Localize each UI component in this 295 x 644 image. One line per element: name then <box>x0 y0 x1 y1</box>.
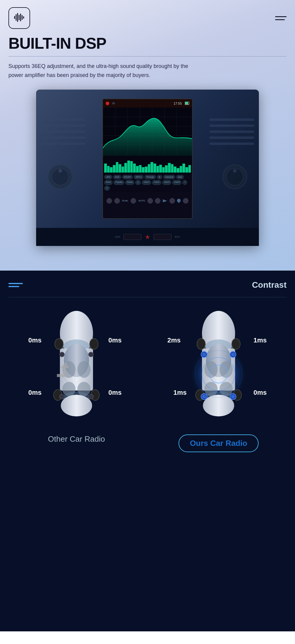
svg-point-50 <box>61 395 92 416</box>
other-car-view: 0ms 0ms 0ms 0ms <box>28 309 125 430</box>
logo-box <box>8 7 30 29</box>
screen-time: 17:55 <box>173 102 182 105</box>
ours-delay-bot-left: 1ms <box>173 389 187 397</box>
svg-point-79 <box>202 395 206 398</box>
svg-point-81 <box>231 395 235 398</box>
page-title: BUILT-IN DSP <box>8 35 287 52</box>
other-delay-bot-right: 0ms <box>108 389 122 397</box>
infotainment-screen: 17:55 <box>102 99 193 219</box>
contrast-lines-icon <box>8 283 23 287</box>
car-comparison: 0ms 0ms 0ms 0ms <box>8 309 287 452</box>
svg-point-52 <box>90 339 98 349</box>
subtitle-text: Supports 36EQ adjustment, and the ultra-… <box>8 62 201 80</box>
svg-rect-1 <box>14 16 15 19</box>
svg-point-55 <box>60 352 64 357</box>
svg-point-15 <box>58 169 62 173</box>
svg-point-46 <box>77 361 91 378</box>
dashboard-image: 17:55 <box>8 90 287 246</box>
other-car-caption: Other Car Radio <box>48 434 105 444</box>
contrast-header: Contrast <box>8 280 287 290</box>
ours-car-view: 2ms 1ms 1ms 0ms <box>170 309 267 430</box>
svg-rect-3 <box>17 13 18 22</box>
page-header <box>8 0 287 35</box>
svg-point-71 <box>232 339 240 349</box>
svg-rect-5 <box>20 14 21 21</box>
svg-rect-7 <box>23 16 24 19</box>
contrast-divider <box>8 297 287 297</box>
svg-point-23 <box>233 169 237 173</box>
car-dashboard: 17:55 <box>36 90 259 246</box>
other-delay-top-right: 0ms <box>108 336 122 344</box>
eq-display <box>103 108 192 156</box>
screen-bottom-nav: DUAL AUTO <box>103 192 192 210</box>
svg-rect-25 <box>112 103 115 104</box>
svg-rect-6 <box>22 15 23 20</box>
svg-marker-39 <box>163 199 167 202</box>
title-divider <box>8 56 287 57</box>
svg-rect-2 <box>16 14 17 21</box>
svg-point-70 <box>197 339 205 349</box>
contrast-title: Contrast <box>252 280 287 290</box>
brand-logo-icon <box>12 11 26 26</box>
svg-marker-40 <box>145 235 150 239</box>
hero-section: BUILT-IN DSP Supports 36EQ adjustment, a… <box>0 0 295 271</box>
svg-point-24 <box>106 102 109 105</box>
other-car-item: 0ms 0ms 0ms 0ms <box>8 309 144 444</box>
eq-bars <box>103 156 192 174</box>
svg-rect-4 <box>19 15 20 20</box>
svg-rect-28 <box>185 102 188 104</box>
svg-point-51 <box>55 339 63 349</box>
ours-delay-bot-right: 0ms <box>253 389 267 397</box>
ours-car-item: 2ms 1ms 1ms 0ms <box>151 309 287 452</box>
svg-point-57 <box>60 394 64 399</box>
other-delay-top-left: 0ms <box>28 336 42 344</box>
other-delay-bot-left: 0ms <box>28 389 42 397</box>
svg-point-58 <box>88 394 93 399</box>
svg-point-56 <box>88 352 93 357</box>
ours-delay-top-left: 2ms <box>167 336 181 344</box>
svg-point-69 <box>203 395 234 416</box>
ours-car-caption-button[interactable]: Ours Car Radio <box>179 434 259 452</box>
ours-delay-top-right: 1ms <box>253 336 267 344</box>
hamburger-menu-button[interactable] <box>275 16 287 20</box>
contrast-section: Contrast 0ms 0ms 0ms 0ms <box>0 271 295 631</box>
eq-controls: cEfS DUE DOLBY SRS⊙ Through ⊕ Classical … <box>103 174 192 192</box>
